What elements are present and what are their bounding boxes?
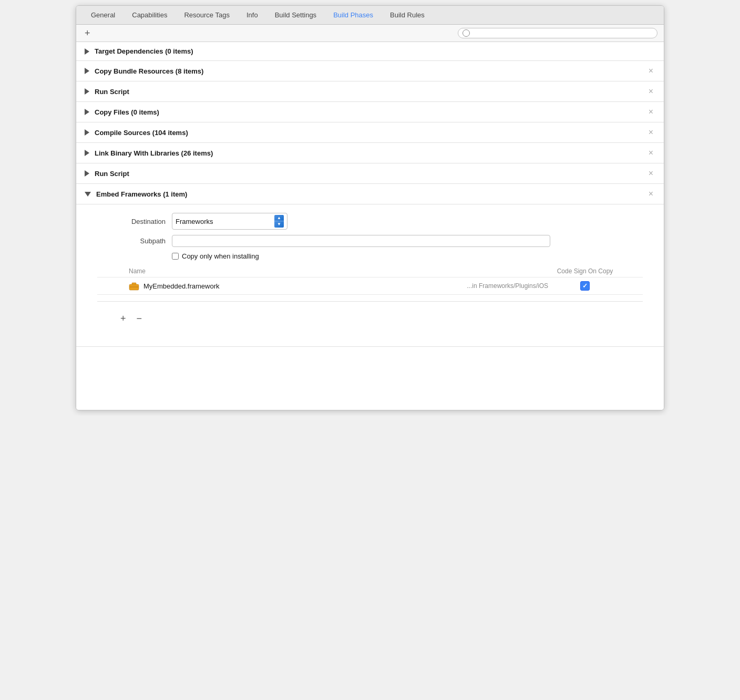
phase-close-run-script-2[interactable]: × <box>646 169 655 178</box>
stepper-up[interactable]: ▲ <box>274 215 284 221</box>
tab-capabilities[interactable]: Capabilities <box>124 7 176 23</box>
phase-title-copy-files: Copy Files (0 items) <box>95 108 646 116</box>
subpath-input[interactable] <box>172 235 550 247</box>
tab-build-phases[interactable]: Build Phases <box>325 7 382 23</box>
destination-label: Destination <box>97 218 166 225</box>
phase-title-embed-frameworks: Embed Frameworks (1 item) <box>96 190 646 198</box>
collapse-icon-copy-files <box>85 109 89 115</box>
copy-when-installing-checkbox[interactable] <box>172 253 179 260</box>
search-input[interactable] <box>470 29 653 37</box>
svg-rect-1 <box>132 283 136 285</box>
tab-bar: General Capabilities Resource Tags Info … <box>76 6 664 25</box>
phase-run-script-1[interactable]: Run Script × <box>76 81 664 102</box>
bottom-toolbar: + − <box>97 308 643 330</box>
phase-target-deps[interactable]: Target Dependencies (0 items) <box>76 42 664 61</box>
copy-when-installing-row: Copy only when installing <box>97 252 643 260</box>
destination-stepper[interactable]: ▲ ▼ <box>274 215 284 228</box>
framework-row[interactable]: MyEmbedded.framework ...in Frameworks/Pl… <box>97 277 643 295</box>
tab-resource-tags[interactable]: Resource Tags <box>176 7 238 23</box>
framework-name: MyEmbedded.framework <box>143 282 462 290</box>
subpath-row: Subpath <box>97 235 643 247</box>
phase-title-run-script-1: Run Script <box>95 88 646 96</box>
collapse-icon-copy-bundle <box>85 68 89 74</box>
toolbar: + <box>76 25 664 42</box>
phase-title-copy-bundle: Copy Bundle Resources (8 items) <box>95 67 646 75</box>
tab-info[interactable]: Info <box>238 7 266 23</box>
destination-value: Frameworks <box>176 218 272 225</box>
framework-path: ...in Frameworks/Plugins/iOS <box>467 282 548 290</box>
remove-item-button[interactable]: − <box>135 313 145 324</box>
phase-close-run-script-1[interactable]: × <box>646 87 655 96</box>
destination-select[interactable]: Frameworks ▲ ▼ <box>172 213 287 230</box>
content-area: Target Dependencies (0 items) Copy Bundl… <box>76 42 664 410</box>
phase-copy-bundle[interactable]: Copy Bundle Resources (8 items) × <box>76 61 664 81</box>
tab-general[interactable]: General <box>83 7 124 23</box>
tab-build-rules[interactable]: Build Rules <box>382 7 433 23</box>
phase-close-link-binary[interactable]: × <box>646 148 655 158</box>
collapse-icon-link-binary <box>85 150 89 156</box>
phase-title-link-binary: Link Binary With Libraries (26 items) <box>95 149 646 157</box>
divider <box>97 301 643 302</box>
phase-compile-sources[interactable]: Compile Sources (104 items) × <box>76 122 664 143</box>
collapse-icon-embed-frameworks <box>85 192 91 197</box>
phase-embed-frameworks-header[interactable]: Embed Frameworks (1 item) × <box>76 184 664 204</box>
table-header: Name Code Sign On Copy <box>97 265 643 277</box>
framework-codesign-cell: ✓ <box>548 281 622 291</box>
phase-copy-files[interactable]: Copy Files (0 items) × <box>76 102 664 122</box>
phase-title-target-deps: Target Dependencies (0 items) <box>95 47 655 55</box>
search-bar <box>458 28 657 38</box>
phase-title-compile-sources: Compile Sources (104 items) <box>95 129 646 137</box>
code-sign-checkbox[interactable]: ✓ <box>580 281 590 291</box>
phase-embed-frameworks: Embed Frameworks (1 item) × Destination … <box>76 184 664 347</box>
col-codesign-header: Code Sign On Copy <box>548 267 622 275</box>
phase-run-script-2[interactable]: Run Script × <box>76 163 664 184</box>
phase-close-embed-frameworks[interactable]: × <box>646 189 655 199</box>
framework-icon <box>129 281 139 291</box>
phase-close-compile-sources[interactable]: × <box>646 128 655 137</box>
subpath-label: Subpath <box>97 237 166 245</box>
destination-row: Destination Frameworks ▲ ▼ <box>97 213 643 230</box>
phase-close-copy-files[interactable]: × <box>646 107 655 117</box>
stepper-down[interactable]: ▼ <box>274 221 284 228</box>
collapse-icon-compile-sources <box>85 129 89 136</box>
xcode-window: General Capabilities Resource Tags Info … <box>76 5 664 410</box>
search-icon <box>462 29 470 37</box>
embed-frameworks-form: Destination Frameworks ▲ ▼ Subpath <box>76 204 664 338</box>
col-name-header: Name <box>129 267 548 275</box>
copy-when-installing-label: Copy only when installing <box>182 252 259 260</box>
phase-link-binary[interactable]: Link Binary With Libraries (26 items) × <box>76 143 664 163</box>
tab-build-settings[interactable]: Build Settings <box>266 7 325 23</box>
collapse-icon-run-script-2 <box>85 170 89 177</box>
phase-close-copy-bundle[interactable]: × <box>646 66 655 76</box>
add-item-button[interactable]: + <box>118 313 128 324</box>
phase-title-run-script-2: Run Script <box>95 170 646 178</box>
svg-rect-0 <box>129 284 139 290</box>
collapse-icon-run-script-1 <box>85 88 89 95</box>
add-phase-button[interactable]: + <box>83 28 92 38</box>
collapse-icon-target-deps <box>85 48 89 55</box>
